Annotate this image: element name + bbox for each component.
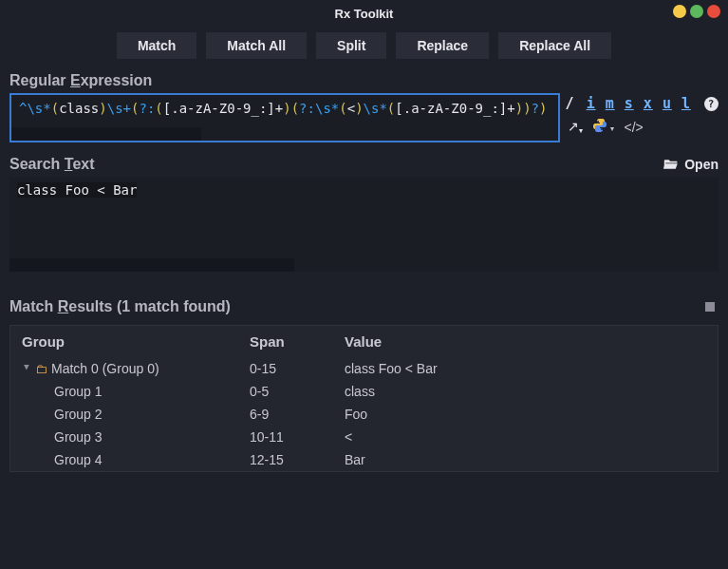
folder-open-icon — [663, 158, 679, 171]
group4-value: Bar — [345, 452, 706, 467]
language-python-icon[interactable]: ▾ — [592, 118, 615, 136]
group3-value: < — [345, 429, 706, 445]
group1-span: 0-5 — [250, 384, 345, 399]
window-maximize-button[interactable] — [690, 5, 703, 18]
col-header-span: Span — [250, 333, 345, 350]
flag-m-toggle[interactable]: m — [606, 95, 615, 112]
match0-group-label: Match 0 (Group 0) — [51, 361, 159, 376]
group3-label: Group 3 — [22, 429, 250, 445]
col-header-value: Value — [345, 333, 706, 350]
results-row-group3[interactable]: Group 3 10-11 < — [10, 426, 718, 448]
flags-separator: / — [566, 95, 575, 112]
replace-button[interactable]: Replace — [396, 32, 489, 59]
group4-span: 12-15 — [250, 452, 345, 467]
window-titlebar: Rx Toolkit — [0, 0, 728, 27]
group1-label: Group 1 — [22, 384, 250, 399]
search-text-input[interactable]: class Foo < Bar — [9, 177, 719, 272]
results-row-group1[interactable]: Group 1 0-5 class — [10, 380, 718, 403]
window-close-button[interactable] — [707, 5, 720, 18]
flag-l-toggle[interactable]: l — [681, 95, 691, 112]
match0-value: class Foo < Bar — [345, 361, 706, 376]
replace-all-button[interactable]: Replace All — [498, 32, 611, 59]
results-toggle-icon[interactable] — [705, 302, 715, 312]
regex-input[interactable]: ^\s*(class)\s+(?:([.a-zA-Z0-9_:]+)(?:\s*… — [9, 93, 560, 142]
flags-help-icon[interactable]: ? — [704, 97, 719, 111]
search-section-label: Search Text — [9, 156, 95, 173]
split-button[interactable]: Split — [316, 32, 386, 59]
regex-scrollbar[interactable] — [11, 127, 201, 141]
match0-span: 0-15 — [250, 361, 345, 376]
results-section-label: Match Results (1 match found) — [9, 298, 231, 315]
flag-s-toggle[interactable]: s — [625, 95, 634, 112]
match-folder-icon: 🗀 — [35, 362, 47, 376]
regex-flags: / i m s x u l ? — [566, 95, 719, 112]
group1-value: class — [345, 384, 706, 399]
group4-label: Group 4 — [22, 452, 250, 467]
expand-icon[interactable]: ▸ — [21, 364, 33, 373]
flag-i-toggle[interactable]: i — [587, 95, 596, 112]
code-icon[interactable]: </> — [624, 120, 643, 135]
match-button[interactable]: Match — [117, 32, 196, 59]
flag-x-toggle[interactable]: x — [644, 95, 653, 112]
popout-icon[interactable]: ↗▾ — [568, 119, 583, 135]
search-scrollbar[interactable] — [9, 258, 294, 272]
col-header-group: Group — [22, 333, 250, 350]
flag-u-toggle[interactable]: u — [663, 95, 672, 112]
results-row-group2[interactable]: Group 2 6-9 Foo — [10, 403, 718, 426]
search-text-value: class Foo < Bar — [17, 182, 137, 198]
window-minimize-button[interactable] — [673, 5, 686, 18]
window-title: Rx Toolkit — [335, 7, 394, 21]
regex-section-label: Regular Expression — [0, 70, 728, 93]
group2-span: 6-9 — [250, 407, 345, 422]
results-row-match0[interactable]: ▸ 🗀 Match 0 (Group 0) 0-15 class Foo < B… — [10, 357, 718, 380]
main-toolbar: Match Match All Split Replace Replace Al… — [0, 27, 728, 70]
results-row-group4[interactable]: Group 4 12-15 Bar — [10, 448, 718, 471]
open-file-button[interactable]: Open — [663, 157, 719, 172]
match-all-button[interactable]: Match All — [206, 32, 307, 59]
results-header-row: Group Span Value — [10, 326, 718, 357]
group2-label: Group 2 — [22, 407, 250, 422]
results-panel: Group Span Value ▸ 🗀 Match 0 (Group 0) 0… — [9, 325, 719, 472]
group2-value: Foo — [345, 407, 706, 422]
group3-span: 10-11 — [250, 429, 345, 445]
